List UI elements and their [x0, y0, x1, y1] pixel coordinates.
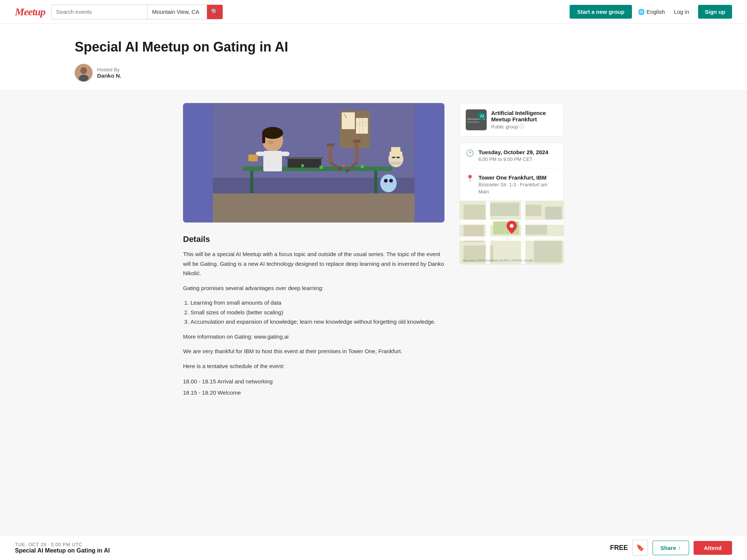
description-para2: Gating promises several advantages over …	[183, 283, 444, 293]
svg-point-70	[510, 224, 514, 228]
svg-rect-65	[460, 236, 564, 241]
svg-rect-57	[489, 203, 519, 216]
svg-rect-39	[391, 147, 400, 152]
avatar	[75, 64, 93, 82]
list-item: Small sizes of models (better scaling)	[190, 308, 444, 317]
svg-rect-18	[329, 144, 332, 163]
svg-rect-58	[523, 205, 542, 216]
language-label: English	[647, 9, 665, 15]
svg-rect-67	[521, 201, 526, 264]
venue-address: Brüsseler Str. 1-3 · Frankfurt am Main	[478, 181, 558, 195]
location-input[interactable]	[147, 5, 207, 19]
svg-rect-7	[356, 118, 368, 134]
svg-point-41	[384, 179, 388, 183]
search-icon: 🔍	[211, 8, 218, 15]
location-icon: 📍	[466, 174, 474, 183]
event-info-card: 🕐 Tuesday, October 29, 2024 6:00 PM to 9…	[459, 143, 564, 265]
svg-text:AI: AI	[480, 113, 484, 119]
search-input[interactable]	[52, 5, 147, 19]
schedule-item: 18.00 - 18.15 Arrival and networking	[183, 376, 444, 387]
svg-point-2	[79, 75, 89, 81]
description-para4: We are very thankful for IBM to host thi…	[183, 346, 444, 356]
language-button[interactable]: 🌐 English	[638, 9, 665, 15]
svg-rect-17	[286, 157, 323, 159]
event-venue-row: 📍 Tower One Frankfurt, IBM Brüsseler Str…	[460, 168, 564, 200]
start-group-button[interactable]: Start a new group	[570, 5, 632, 19]
svg-point-42	[389, 179, 393, 183]
svg-point-21	[338, 167, 342, 171]
svg-point-45	[319, 165, 323, 169]
svg-rect-52	[467, 121, 479, 123]
svg-rect-56	[464, 205, 486, 220]
signup-button[interactable]: Sign up	[698, 5, 732, 19]
svg-point-44	[391, 182, 394, 184]
schedule-item: 18.15 - 18.20 Welcome	[183, 387, 444, 398]
svg-rect-15	[374, 171, 377, 193]
svg-rect-19	[327, 143, 334, 146]
host-name: Danko N.	[97, 72, 121, 79]
svg-rect-32	[248, 155, 258, 161]
hosted-by-label: Hosted By	[97, 67, 121, 72]
svg-point-40	[380, 174, 397, 192]
right-column: AI Artificial Intelligence Meetup Frankf…	[459, 103, 564, 265]
event-hero: Special AI Meetup on Gating in AI Hosted…	[0, 24, 747, 91]
group-card[interactable]: AI Artificial Intelligence Meetup Frankf…	[459, 103, 564, 137]
svg-point-25	[345, 169, 349, 172]
group-type: Public group ⓘ	[491, 123, 558, 130]
main-content: Details This will be a special AI Meetup…	[168, 103, 579, 398]
info-icon: ⓘ	[520, 123, 524, 130]
description-para5: Here is a tentative schedule of the even…	[183, 361, 444, 371]
group-name: Artificial Intelligence Meetup Frankfurt	[491, 110, 558, 122]
svg-point-43	[383, 182, 386, 184]
svg-text:Map data ©2024 GeoBasis-DE/BKG: Map data ©2024 GeoBasis-DE/BKG (©2009), …	[463, 259, 534, 262]
list-item: Learning from small amounts of data	[190, 298, 444, 308]
globe-icon: 🌐	[638, 9, 645, 15]
gating-list: Learning from small amounts of data Smal…	[190, 298, 444, 327]
details-section: Details This will be a special AI Meetup…	[183, 234, 444, 398]
search-bar: 🔍	[51, 4, 223, 19]
schedule: 18.00 - 18.15 Arrival and networking 18.…	[183, 376, 444, 398]
details-heading: Details	[183, 234, 444, 244]
svg-rect-37	[390, 162, 402, 164]
svg-rect-6	[342, 112, 355, 129]
svg-point-48	[342, 164, 345, 167]
event-time: 6:00 PM to 9:00 PM CET	[478, 156, 548, 163]
description-para3: More information on Gating: www.gating.a…	[183, 332, 444, 342]
event-title: Special AI Meetup on Gating in AI	[75, 39, 672, 55]
description-para1: This will be a special AI Meetup with a …	[183, 249, 444, 278]
group-type-label: Public group	[491, 124, 518, 130]
svg-point-1	[80, 67, 87, 74]
event-image	[183, 103, 444, 223]
svg-rect-23	[353, 140, 360, 143]
login-button[interactable]: Log in	[671, 9, 692, 15]
hosted-by: Hosted By Danko N.	[75, 64, 672, 82]
clock-icon: 🕐	[466, 149, 474, 157]
svg-rect-38	[390, 152, 402, 157]
event-date: Tuesday, October 29, 2024	[478, 148, 548, 156]
group-thumbnail: AI	[466, 109, 487, 130]
header: Meetup 🔍 Start a new group 🌐 English Log…	[0, 0, 747, 24]
left-column: Details This will be a special AI Meetup…	[183, 103, 444, 398]
svg-rect-28	[262, 132, 265, 143]
venue-name: Tower One Frankfurt, IBM	[478, 174, 558, 181]
svg-rect-66	[486, 201, 490, 264]
svg-rect-22	[355, 140, 359, 163]
map[interactable]: Map data ©2024 GeoBasis-DE/BKG (©2009), …	[460, 201, 564, 264]
svg-rect-49	[213, 193, 415, 223]
list-item: Accumulation and expansion of knowledge;…	[190, 317, 444, 327]
svg-point-46	[301, 164, 304, 167]
event-date-row: 🕐 Tuesday, October 29, 2024 6:00 PM to 9…	[460, 143, 564, 168]
svg-rect-63	[534, 238, 562, 262]
svg-rect-29	[263, 151, 282, 171]
search-button[interactable]: 🔍	[207, 5, 223, 19]
svg-rect-31	[281, 152, 289, 156]
svg-point-47	[360, 165, 364, 168]
svg-point-27	[262, 127, 283, 139]
svg-rect-14	[250, 171, 253, 193]
meetup-logo[interactable]: Meetup	[15, 6, 45, 18]
svg-point-33	[268, 140, 273, 144]
